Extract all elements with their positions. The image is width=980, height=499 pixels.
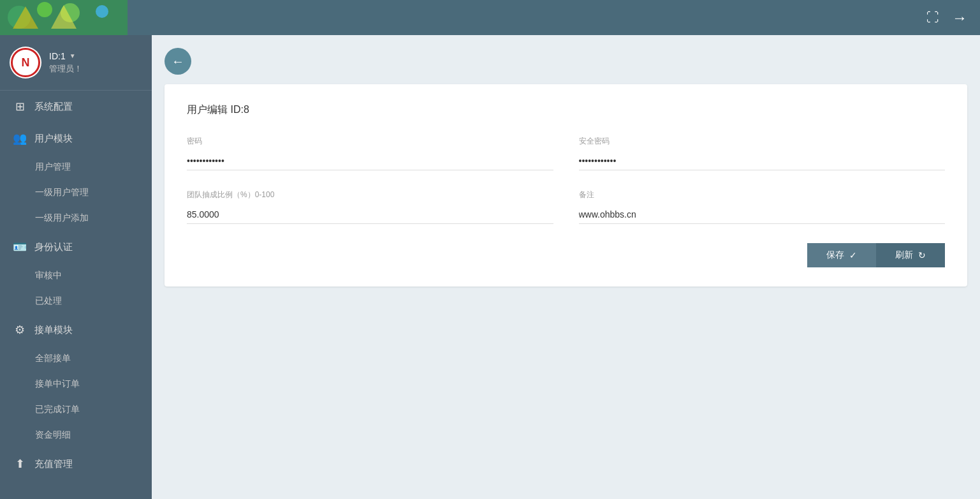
user-module-label: 用户模块 bbox=[34, 133, 73, 145]
sidebar-item-user-management[interactable]: 用户管理 bbox=[0, 154, 152, 180]
form-actions: 保存 ✓ 刷新 ↻ bbox=[187, 243, 945, 267]
users-icon: 👥 bbox=[13, 131, 27, 145]
password-label: 密码 bbox=[187, 136, 553, 147]
security-code-field: 安全密码 bbox=[579, 136, 946, 170]
sidebar-item-fund-details[interactable]: 资金明细 bbox=[0, 422, 152, 448]
notes-input[interactable] bbox=[579, 205, 946, 224]
back-button[interactable]: ← bbox=[165, 48, 191, 75]
app-logo bbox=[0, 0, 128, 35]
id-card-icon: 🪪 bbox=[13, 240, 27, 254]
team-ratio-field: 团队抽成比例（%）0-100 bbox=[187, 190, 553, 224]
refresh-button[interactable]: 刷新 ↻ bbox=[876, 243, 945, 267]
sidebar-item-reviewing[interactable]: 审核中 bbox=[0, 263, 152, 288]
sidebar-item-processed[interactable]: 已处理 bbox=[0, 288, 152, 314]
order-module-label: 接单模块 bbox=[34, 324, 73, 336]
notes-field: 备注 bbox=[579, 190, 946, 224]
sidebar: N ID:1 ▼ 管理员！ ⊞ 系统配置 👥 用户模块 用户管理 一 bbox=[0, 35, 152, 499]
sidebar-item-pending-orders[interactable]: 接单中订单 bbox=[0, 371, 152, 397]
system-config-label: 系统配置 bbox=[34, 101, 73, 113]
form-row-2: 团队抽成比例（%）0-100 备注 bbox=[187, 190, 945, 224]
form-title: 用户编辑 ID:8 bbox=[187, 103, 945, 117]
user-id-label: ID:1 bbox=[49, 51, 66, 61]
sidebar-item-level1-user-add[interactable]: 一级用户添加 bbox=[0, 205, 152, 231]
save-icon: ✓ bbox=[849, 250, 857, 260]
content-area: ← 用户编辑 ID:8 密码 安全密码 团队抽成比例（%）0-100 bbox=[152, 35, 980, 499]
sidebar-item-system-config[interactable]: ⊞ 系统配置 bbox=[0, 91, 152, 123]
fullscreen-icon[interactable]: ⛶ bbox=[926, 10, 939, 25]
refresh-label: 刷新 bbox=[895, 250, 913, 261]
form-card: 用户编辑 ID:8 密码 安全密码 团队抽成比例（%）0-100 bbox=[165, 84, 967, 287]
user-role-label: 管理员！ bbox=[49, 63, 82, 75]
order-icon: ⚙ bbox=[13, 323, 27, 337]
user-info: ID:1 ▼ 管理员！ bbox=[49, 51, 82, 75]
sidebar-item-all-orders[interactable]: 全部接单 bbox=[0, 346, 152, 371]
exit-icon[interactable]: → bbox=[952, 9, 967, 27]
svg-point-6 bbox=[96, 5, 108, 18]
recharge-management-label: 充值管理 bbox=[34, 458, 73, 470]
refresh-icon: ↻ bbox=[918, 250, 926, 260]
form-row-1: 密码 安全密码 bbox=[187, 136, 945, 170]
password-input[interactable] bbox=[187, 152, 553, 170]
security-code-label: 安全密码 bbox=[579, 136, 946, 147]
recharge-icon: ⬆ bbox=[13, 457, 27, 471]
user-section: N ID:1 ▼ 管理员！ bbox=[0, 35, 152, 91]
sidebar-item-identity-auth[interactable]: 🪪 身份认证 bbox=[0, 231, 152, 263]
back-icon: ← bbox=[172, 54, 184, 69]
team-ratio-label: 团队抽成比例（%）0-100 bbox=[187, 190, 553, 200]
team-ratio-input[interactable] bbox=[187, 205, 553, 224]
sidebar-item-recharge-management[interactable]: ⬆ 充值管理 bbox=[0, 448, 152, 480]
notes-label: 备注 bbox=[579, 190, 946, 200]
identity-auth-label: 身份认证 bbox=[34, 241, 73, 253]
sidebar-item-user-module[interactable]: 👥 用户模块 bbox=[0, 123, 152, 154]
sidebar-item-order-module[interactable]: ⚙ 接单模块 bbox=[0, 314, 152, 346]
security-code-input[interactable] bbox=[579, 152, 946, 170]
password-field: 密码 bbox=[187, 136, 553, 170]
grid-icon: ⊞ bbox=[13, 100, 27, 114]
save-label: 保存 bbox=[826, 250, 844, 261]
sidebar-item-level1-user-management[interactable]: 一级用户管理 bbox=[0, 180, 152, 205]
sidebar-item-completed-orders[interactable]: 已完成订单 bbox=[0, 397, 152, 422]
svg-point-2 bbox=[37, 2, 52, 17]
save-button[interactable]: 保存 ✓ bbox=[807, 243, 876, 267]
avatar: N bbox=[10, 47, 41, 78]
dropdown-arrow-icon[interactable]: ▼ bbox=[69, 52, 76, 59]
